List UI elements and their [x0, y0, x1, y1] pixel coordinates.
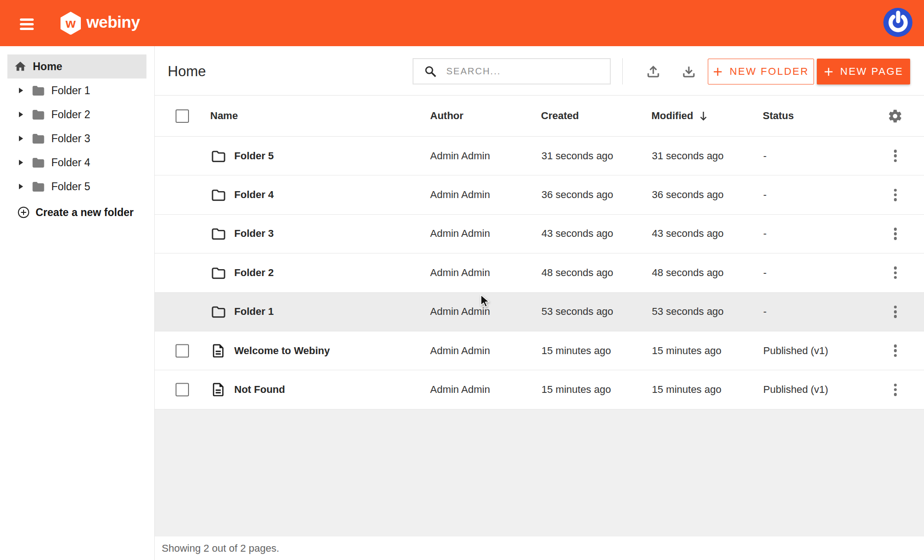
- power-icon: [884, 8, 912, 37]
- row-menu-button[interactable]: [886, 185, 905, 205]
- row-name[interactable]: Folder 1: [234, 306, 274, 318]
- row-created: 15 minutes ago: [541, 384, 611, 396]
- table-row[interactable]: Folder 4 Admin Admin 36 seconds ago 36 s…: [155, 175, 924, 214]
- mouse-cursor: [480, 295, 492, 308]
- sidebar-folder-item[interactable]: Folder 5: [0, 175, 155, 199]
- row-name[interactable]: Folder 2: [234, 267, 274, 279]
- page-title: Home: [168, 63, 206, 80]
- row-author: Admin Admin: [430, 228, 490, 240]
- row-author: Admin Admin: [430, 345, 490, 357]
- upload-icon: [646, 65, 660, 78]
- table-row[interactable]: Folder 1 Admin Admin 53 seconds ago 53 s…: [155, 293, 924, 331]
- row-menu-button[interactable]: [886, 223, 905, 244]
- row-modified: 31 seconds ago: [652, 150, 723, 162]
- chevron-right-icon[interactable]: [18, 159, 24, 166]
- row-modified: 15 minutes ago: [652, 384, 721, 396]
- row-status: Published (v1): [763, 345, 828, 357]
- new-page-label: NEW PAGE: [840, 66, 904, 78]
- folder-icon: [32, 133, 45, 144]
- topbar: w webiny: [0, 0, 924, 46]
- folder-icon: [211, 150, 226, 162]
- chevron-right-icon[interactable]: [18, 183, 24, 190]
- sidebar-folder-label: Folder 5: [51, 181, 90, 193]
- sidebar-folder-item[interactable]: Folder 1: [0, 78, 155, 102]
- table-row[interactable]: Folder 3 Admin Admin 43 seconds ago 43 s…: [155, 215, 924, 253]
- row-created: 43 seconds ago: [541, 228, 613, 240]
- chevron-right-icon[interactable]: [18, 111, 24, 118]
- app: w webiny Home Folder 1: [0, 0, 924, 560]
- row-author: Admin Admin: [430, 189, 490, 201]
- download-icon: [682, 65, 696, 78]
- row-checkbox[interactable]: [176, 383, 189, 397]
- row-menu-button[interactable]: [886, 263, 905, 283]
- row-status: -: [763, 228, 766, 240]
- row-menu-button[interactable]: [886, 301, 905, 322]
- sidebar-folder-label: Folder 3: [51, 132, 90, 145]
- sidebar-folder-item[interactable]: Folder 3: [0, 126, 155, 151]
- sidebar-folder-label: Folder 1: [51, 84, 90, 97]
- row-menu-button[interactable]: [886, 379, 905, 400]
- folder-icon: [211, 189, 226, 201]
- row-modified: 36 seconds ago: [652, 189, 723, 201]
- sidebar-folder-item[interactable]: Folder 4: [0, 151, 155, 175]
- search-icon: [424, 65, 437, 78]
- column-header-status[interactable]: Status: [763, 110, 794, 122]
- export-button[interactable]: [681, 64, 697, 79]
- select-all-checkbox[interactable]: [176, 109, 189, 123]
- pagination-summary: Showing 2 out of 2 pages.: [162, 542, 279, 554]
- chevron-right-icon[interactable]: [18, 87, 24, 94]
- hamburger-menu-icon[interactable]: [20, 18, 34, 30]
- row-name[interactable]: Not Found: [234, 384, 285, 396]
- import-button[interactable]: [645, 64, 661, 79]
- row-name[interactable]: Folder 5: [234, 150, 274, 162]
- chevron-right-icon[interactable]: [18, 135, 24, 142]
- row-checkbox[interactable]: [176, 344, 189, 357]
- column-header-author[interactable]: Author: [430, 110, 463, 122]
- new-page-button[interactable]: NEW PAGE: [817, 59, 910, 84]
- folder-icon: [32, 157, 45, 168]
- webiny-logo[interactable]: w webiny: [60, 11, 140, 35]
- create-folder-button[interactable]: Create a new folder: [0, 200, 155, 224]
- row-status: -: [763, 150, 766, 162]
- row-name[interactable]: Folder 4: [234, 189, 274, 201]
- row-author: Admin Admin: [430, 150, 490, 162]
- table-row[interactable]: Welcome to Webiny Admin Admin 15 minutes…: [155, 331, 924, 370]
- user-avatar-button[interactable]: [883, 8, 912, 37]
- column-header-created[interactable]: Created: [541, 110, 579, 122]
- row-created: 53 seconds ago: [541, 306, 613, 318]
- sidebar-folder-item[interactable]: Folder 2: [0, 102, 155, 126]
- table-footer: Showing 2 out of 2 pages.: [155, 536, 924, 560]
- sidebar-folder-label: Folder 2: [51, 108, 90, 121]
- document-icon: [211, 344, 226, 358]
- folder-icon: [32, 109, 45, 120]
- search-input[interactable]: [446, 59, 610, 84]
- table-row[interactable]: Folder 5 Admin Admin 31 seconds ago 31 s…: [155, 137, 924, 175]
- new-folder-label: NEW FOLDER: [729, 66, 809, 78]
- column-header-name[interactable]: Name: [210, 110, 238, 122]
- row-status: -: [763, 189, 766, 201]
- main-content: Home: [155, 46, 924, 560]
- row-status: -: [763, 306, 766, 318]
- row-author: Admin Admin: [430, 384, 490, 396]
- row-menu-button[interactable]: [886, 341, 905, 361]
- row-created: 36 seconds ago: [541, 189, 613, 201]
- sidebar-item-home[interactable]: Home: [7, 54, 146, 78]
- table-row[interactable]: Folder 2 Admin Admin 48 seconds ago 48 s…: [155, 253, 924, 292]
- row-name[interactable]: Folder 3: [234, 228, 274, 240]
- row-menu-button[interactable]: [886, 146, 905, 166]
- table-row[interactable]: Not Found Admin Admin 15 minutes ago 15 …: [155, 370, 924, 409]
- header-divider: [622, 58, 623, 84]
- folder-icon: [211, 228, 226, 240]
- new-folder-button[interactable]: NEW FOLDER: [708, 59, 814, 84]
- column-header-modified[interactable]: Modified: [651, 110, 708, 122]
- row-status: -: [763, 267, 766, 279]
- brand-name: webiny: [86, 13, 140, 31]
- row-modified: 48 seconds ago: [652, 267, 723, 279]
- create-folder-label: Create a new folder: [36, 206, 134, 219]
- folder-icon: [211, 306, 226, 318]
- row-name[interactable]: Welcome to Webiny: [234, 345, 330, 357]
- sidebar-home-label: Home: [33, 60, 62, 73]
- row-created: 31 seconds ago: [541, 150, 613, 162]
- gear-icon[interactable]: [888, 108, 903, 124]
- sidebar-folder-label: Folder 4: [51, 157, 90, 169]
